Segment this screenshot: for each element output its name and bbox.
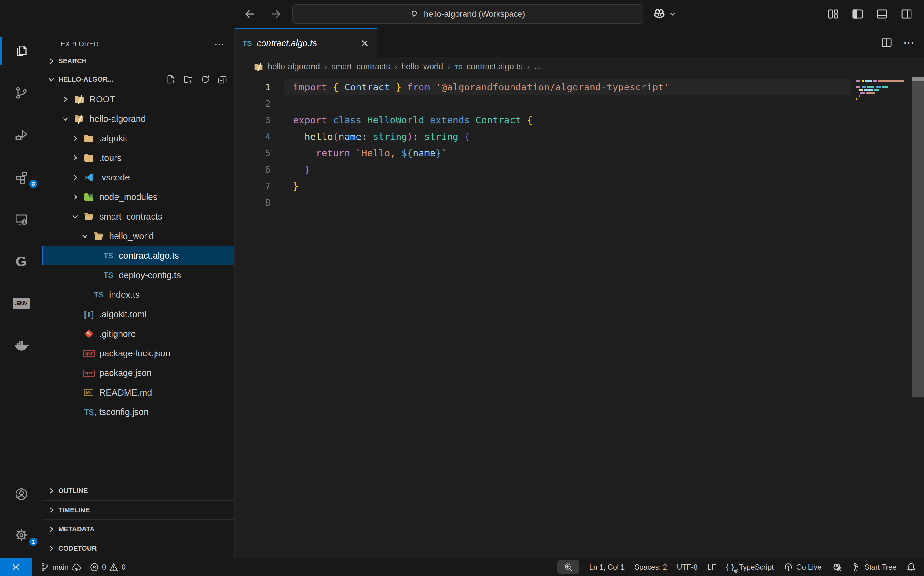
window-title: hello-algorand (Workspace) <box>424 10 525 19</box>
breadcrumb-item[interactable]: smart_contracts <box>331 62 390 72</box>
tab-contract-algo-ts[interactable]: TS contract.algo.ts ✕ <box>235 29 377 57</box>
code-line: 1 import { Contract } from '@algorandfou… <box>235 79 851 95</box>
docker-extension-icon[interactable] <box>0 332 42 360</box>
language-item[interactable]: {} TypeScript <box>726 563 773 572</box>
breadcrumb-item[interactable]: contract.algo.ts <box>467 62 522 72</box>
minimap-slider[interactable] <box>913 77 924 81</box>
tree-item-label: .vscode <box>99 173 130 182</box>
explorer-activity-icon[interactable] <box>0 37 42 65</box>
remote-explorer-activity-icon[interactable] <box>0 205 42 233</box>
tree-item-vscode[interactable]: .vscode <box>42 168 234 187</box>
problems-status-item[interactable]: 0 0 <box>90 563 126 572</box>
back-icon[interactable] <box>243 7 256 21</box>
section-search[interactable]: SEARCH <box>42 53 234 69</box>
remote-indicator[interactable] <box>0 558 32 576</box>
tree-item-hello-world[interactable]: hello_world <box>42 226 234 246</box>
code-line: 8 <box>235 194 851 211</box>
encoding-item[interactable]: UTF-8 <box>677 563 698 571</box>
minimap[interactable] <box>854 79 912 100</box>
tree-item-tours[interactable]: .tours <box>42 148 234 168</box>
typescript-icon: TS <box>102 271 115 280</box>
main-area: 3 G .ENV <box>0 29 924 558</box>
command-center-search[interactable]: hello-algorand (Workspace) <box>292 4 643 24</box>
breadcrumb-item[interactable]: hello-algorand <box>267 62 320 72</box>
copilot-status-icon[interactable] <box>831 562 842 573</box>
tsconfig-icon: TS⚙ <box>83 408 95 417</box>
tree-item-root[interactable]: ROOT <box>42 90 234 109</box>
more-actions-icon[interactable]: ⋯ <box>903 36 915 49</box>
source-control-activity-icon[interactable] <box>0 79 42 107</box>
accounts-icon[interactable] <box>0 480 42 508</box>
tree-item-algokit[interactable]: .algokit <box>42 129 234 148</box>
tree-item-label: tsconfig.json <box>99 407 149 417</box>
tree-item-package-json[interactable]: npm package.json <box>42 363 234 383</box>
tree-item-gitignore[interactable]: .gitignore <box>42 324 234 344</box>
typescript-icon: TS <box>93 290 105 299</box>
tree-item-label: package-lock.json <box>99 349 170 358</box>
breadcrumb-item[interactable]: hello_world <box>402 62 444 72</box>
workspace-folder-open-icon <box>73 113 85 124</box>
tree-item-label: contract.algo.ts <box>119 251 179 261</box>
code-editor[interactable]: 1 import { Contract } from '@algorandfou… <box>235 76 924 558</box>
split-editor-icon[interactable] <box>881 37 893 49</box>
start-tree-item[interactable]: Start Tree <box>852 563 897 572</box>
toggle-secondary-sidebar-icon[interactable] <box>900 8 913 21</box>
tree-item-contract-algo-ts[interactable]: TS contract.algo.ts <box>42 246 234 266</box>
breadcrumb-item[interactable]: … <box>534 62 542 72</box>
start-tree-icon <box>852 563 862 572</box>
branch-name: main <box>53 563 69 571</box>
run-debug-activity-icon[interactable] <box>0 121 42 149</box>
extensions-badge: 3 <box>29 179 38 189</box>
notifications-bell-icon[interactable] <box>906 562 916 572</box>
tree-item-index-ts[interactable]: TS index.ts <box>42 285 234 304</box>
search-icon <box>410 10 420 19</box>
collapse-all-icon[interactable] <box>218 75 227 84</box>
breadcrumb-separator: › <box>527 62 530 72</box>
copilot-menu-button[interactable] <box>652 4 676 24</box>
refresh-icon[interactable] <box>201 75 210 84</box>
tree-item-tsconfig-json[interactable]: TS⚙ tsconfig.json <box>42 402 234 422</box>
sidebar-header: EXPLORER ⋯ <box>42 29 234 53</box>
tree-item-readme-md[interactable]: M↓ README.md <box>42 383 234 402</box>
tab-label: contract.algo.ts <box>257 38 317 48</box>
settings-gear-icon[interactable]: 1 <box>0 521 42 549</box>
section-codetour[interactable]: CODETOUR <box>42 539 234 558</box>
tree-item-smart-contracts[interactable]: smart_contracts <box>42 207 234 226</box>
scrollbar[interactable] <box>913 81 924 397</box>
go-live-item[interactable]: Go Live <box>783 562 822 572</box>
section-timeline[interactable]: TIMELINE <box>42 500 234 520</box>
dotenv-extension-icon[interactable]: .ENV <box>0 290 42 318</box>
new-folder-icon[interactable] <box>184 75 193 84</box>
cursor-position-item[interactable]: Ln 1, Col 1 <box>589 563 625 571</box>
chevron-down-icon <box>669 12 676 16</box>
tree-item-node-modules[interactable]: JS node_modules <box>42 187 234 207</box>
eol-item[interactable]: LF <box>707 563 716 571</box>
forward-icon[interactable] <box>269 7 283 21</box>
close-icon[interactable]: ✕ <box>360 38 369 49</box>
warning-icon <box>109 563 118 572</box>
customize-layout-icon[interactable] <box>827 8 840 21</box>
tree-item-algokit-toml[interactable]: [T] .algokit.toml <box>42 304 234 324</box>
explorer-more-actions-icon[interactable]: ⋯ <box>214 38 225 50</box>
status-left: main 0 0 <box>0 558 126 576</box>
line-number: 3 <box>235 112 284 128</box>
toggle-panel-icon[interactable] <box>876 8 889 21</box>
section-metadata[interactable]: METADATA <box>42 520 234 539</box>
code-text: } <box>284 161 851 178</box>
new-file-icon[interactable] <box>167 75 176 84</box>
screencast-zoom-icon[interactable] <box>557 560 579 574</box>
chevron-right-icon <box>70 153 83 163</box>
tree-item-package-lock-json[interactable]: npm package-lock.json <box>42 344 234 363</box>
tree-item-label: .tours <box>99 153 122 163</box>
section-label: SEARCH <box>58 57 87 65</box>
toggle-primary-sidebar-icon[interactable] <box>851 8 864 21</box>
algorand-extension-icon[interactable]: G <box>0 247 42 275</box>
tree-item-deploy-config-ts[interactable]: TS deploy-config.ts <box>42 266 234 285</box>
indentation-item[interactable]: Spaces: 2 <box>634 563 667 571</box>
tree-item-hello-algorand[interactable]: hello-algorand <box>42 109 234 129</box>
extensions-activity-icon[interactable]: 3 <box>0 163 42 191</box>
workspace-section-header[interactable]: HELLO-ALGOR... <box>42 69 234 90</box>
branch-status-item[interactable]: main <box>40 562 81 572</box>
section-outline[interactable]: OUTLINE <box>42 481 234 500</box>
section-label: CODETOUR <box>58 544 97 552</box>
